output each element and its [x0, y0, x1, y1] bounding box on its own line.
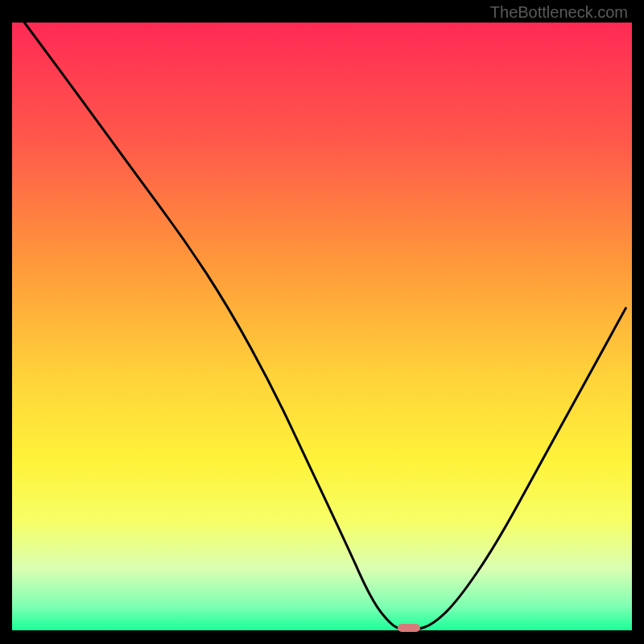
- chart-frame: [12, 23, 632, 630]
- watermark-text: TheBottleneck.com: [490, 3, 628, 22]
- optimal-marker: [398, 624, 420, 632]
- bottleneck-curve: [12, 23, 632, 630]
- plot-area: [12, 23, 632, 630]
